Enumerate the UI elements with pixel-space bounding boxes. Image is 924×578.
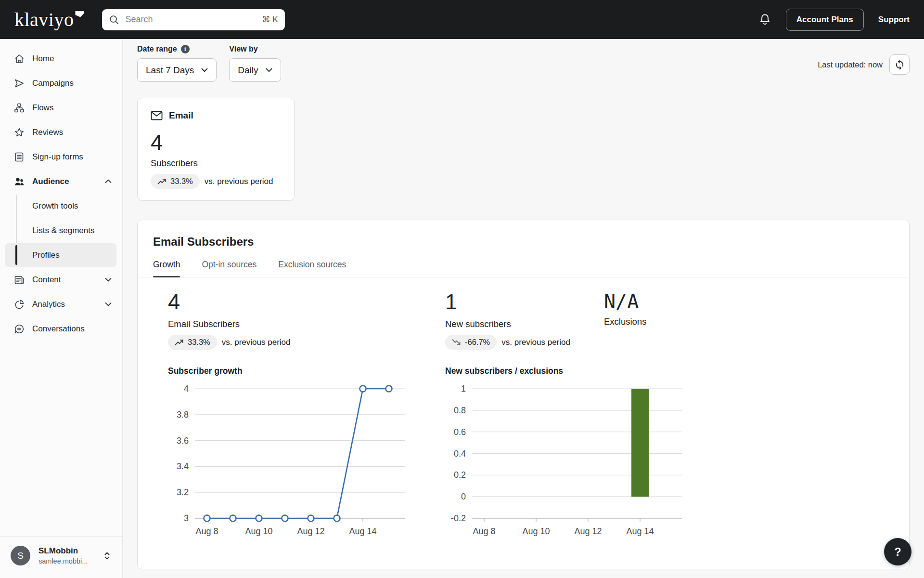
svg-text:0.4: 0.4 [454,449,466,459]
bell-icon [758,13,771,26]
notifications-bell-button[interactable] [758,13,771,26]
svg-text:Aug 8: Aug 8 [195,526,218,536]
right-stats-row: 1 New subscribers -66.7% vs. previous pe… [445,291,894,350]
new-subscribers-column: 1 New subscribers -66.7% vs. previous pe… [445,291,894,546]
svg-text:3.6: 3.6 [177,436,189,446]
svg-text:Aug 12: Aug 12 [574,526,602,536]
sidebar-item-content[interactable]: Content [0,267,122,292]
date-range-select[interactable]: Last 7 Days [137,58,217,82]
sidebar-item-label: Flows [32,103,53,113]
svg-text:Aug 10: Aug 10 [245,526,272,536]
sidebar-item-label: Audience [32,177,69,186]
svg-text:0.8: 0.8 [454,406,466,415]
trend-up-icon [175,339,184,346]
info-icon[interactable]: i [181,45,190,53]
klaviyo-flag-icon [75,11,84,17]
sidebar-item-label: Conversations [32,324,85,334]
avatar: S [11,546,30,565]
home-icon [14,53,25,64]
sidebar-item-growth-tools[interactable]: Growth tools [0,194,122,218]
date-range-label-row: Date range i [137,45,217,53]
email-subscribers-panel: Email Subscribers Growth Opt-in sources … [137,220,910,569]
trend-compare-text: vs. previous period [205,177,273,186]
view-by-label: View by [229,45,257,53]
sidebar-item-lists-segments[interactable]: Lists & segments [0,218,122,243]
trend-badge: 33.3% [151,174,200,189]
audience-people-icon [14,176,25,187]
left-chart-title: Subscriber growth [168,366,445,376]
sidebar-subitem-label: Growth tools [32,201,78,211]
sidebar-item-reviews[interactable]: Reviews [0,120,122,144]
sidebar-item-label: Content [32,275,61,285]
subscriber-growth-column: 4 Email Subscribers 33.3% vs. previous p… [168,291,445,546]
exclusions-stat-value: N/A [604,291,646,312]
search-shortcut-hint: ⌘ K [262,14,278,25]
sidebar-item-label: Reviews [32,128,63,137]
email-card-metric-label: Subscribers [151,158,281,169]
svg-text:3: 3 [184,513,189,523]
audience-sub-list: Growth tools Lists & segments Profiles [0,194,122,267]
exclusions-stat: N/A Exclusions [604,291,646,327]
trend-compare-text: vs. previous period [501,338,570,347]
svg-text:-0.2: -0.2 [451,513,466,523]
sidebar-item-profiles[interactable]: Profiles [5,243,116,267]
email-card-header: Email [151,110,281,121]
view-by-group: View by Daily [229,45,281,82]
trend-up-icon [157,178,167,185]
svg-text:3.2: 3.2 [177,487,189,497]
email-subscribers-stat-label: Email Subscribers [168,319,445,329]
view-by-label-row: View by [229,45,281,53]
sidebar-item-audience[interactable]: Audience [0,169,122,194]
account-email: samlee.mobbi... [38,557,88,565]
sidebar-item-campaigns[interactable]: Campaigns [0,71,122,95]
right-chart-title: New subscribers / exclusions [445,366,894,376]
view-by-select[interactable]: Daily [229,58,281,82]
top-bar: klaviyo ⌘ K Account Plans Support [0,0,924,39]
tab-exclusion-sources[interactable]: Exclusion sources [278,260,346,277]
subscriber-growth-line-chart: 33.23.43.63.84Aug 8Aug 10Aug 12Aug 14 [168,382,445,546]
sidebar-item-conversations[interactable]: Conversations [0,316,122,341]
question-mark-icon: ? [894,545,901,559]
search-input[interactable] [124,14,257,25]
account-plans-button[interactable]: Account Plans [786,9,864,31]
sidebar-item-analytics[interactable]: Analytics [0,292,122,316]
trend-down-icon [452,339,461,346]
svg-text:0: 0 [461,492,466,501]
panel-title: Email Subscribers [138,235,909,249]
last-updated-text: Last updated: now [818,60,883,69]
sidebar-item-flows[interactable]: Flows [0,95,122,120]
chat-bubble-icon [14,324,25,334]
account-switcher[interactable]: S SLMobbin samlee.mobbi... [0,536,122,578]
tab-growth[interactable]: Growth [153,260,180,277]
svg-text:3.8: 3.8 [177,410,189,420]
chevron-down-icon [266,68,272,72]
klaviyo-logo[interactable]: klaviyo [14,10,84,29]
svg-text:Aug 14: Aug 14 [349,526,376,536]
global-search[interactable]: ⌘ K [102,9,285,30]
chevron-down-icon [201,68,208,72]
sitemap-icon [14,103,25,113]
trend-badge: 33.3% [168,335,217,350]
date-range-value: Last 7 Days [146,65,194,76]
support-link[interactable]: Support [878,15,910,25]
new-subscribers-trend-row: -66.7% vs. previous period [445,335,570,350]
sidebar-item-label: Analytics [32,300,65,309]
search-icon [109,15,119,25]
refresh-button[interactable] [889,54,910,75]
send-icon [14,78,25,89]
sidebar-item-home[interactable]: Home [0,46,122,71]
help-button[interactable]: ? [884,538,911,565]
sidebar-item-label: Sign-up forms [32,152,83,162]
sidebar-item-signup-forms[interactable]: Sign-up forms [0,144,122,169]
chevron-down-icon [105,277,112,282]
pie-chart-icon [14,299,25,310]
tab-opt-in-sources[interactable]: Opt-in sources [202,260,257,277]
email-summary-card[interactable]: Email 4 Subscribers 33.3% vs. previous p… [137,98,295,201]
last-updated-group: Last updated: now [818,54,910,75]
svg-text:1: 1 [461,384,466,394]
trend-badge: -66.7% [445,335,497,350]
topbar-actions: Account Plans Support [758,9,910,31]
unfold-more-icon [103,551,111,561]
klaviyo-logo-text: klaviyo [14,10,74,29]
date-range-group: Date range i Last 7 Days [137,45,217,82]
